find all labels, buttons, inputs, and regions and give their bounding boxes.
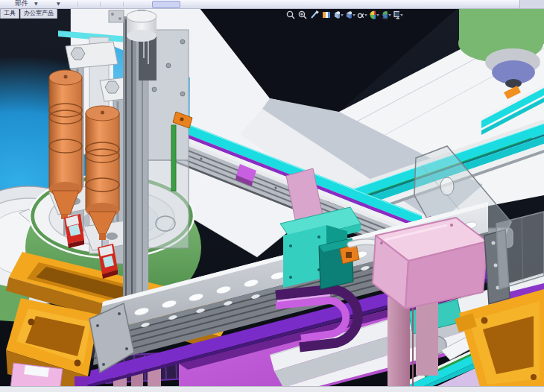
edit-appearance-icon[interactable] xyxy=(369,10,379,20)
hide-show-items-icon[interactable] xyxy=(357,10,367,20)
command-tabs: 工具 办公室产品 xyxy=(0,8,58,19)
apply-scene-icon[interactable] xyxy=(381,10,391,20)
toolbar-end-block[interactable] xyxy=(519,0,544,8)
chevron-down-icon[interactable]: ▼ xyxy=(57,1,60,6)
display-style-icon[interactable] xyxy=(345,10,355,20)
toolbar-separator xyxy=(100,1,101,7)
view-settings-icon[interactable] xyxy=(393,10,403,20)
3d-viewport[interactable] xyxy=(0,8,544,386)
zoom-to-area-icon[interactable] xyxy=(297,10,308,20)
cad-application-window: 部件 ▼ ▼ 工具 办公室产品 xyxy=(0,0,544,392)
view-orientation-icon[interactable] xyxy=(333,10,344,20)
section-view-icon[interactable] xyxy=(321,10,332,20)
toolbar-separator xyxy=(78,1,78,7)
toolbar-raised-button[interactable] xyxy=(152,1,180,8)
component-label: 部件 xyxy=(15,0,28,8)
tab-office-products[interactable]: 办公室产品 xyxy=(20,8,57,19)
heads-up-view-toolbar xyxy=(285,10,403,20)
zoom-to-fit-icon[interactable] xyxy=(285,10,296,20)
tab-tools[interactable]: 工具 xyxy=(0,8,19,19)
status-bar xyxy=(0,386,544,392)
previous-view-icon[interactable] xyxy=(309,10,320,20)
chevron-down-icon[interactable]: ▼ xyxy=(34,1,38,6)
toolbar-separator xyxy=(123,1,124,7)
top-toolbar: 部件 ▼ ▼ xyxy=(0,0,544,9)
